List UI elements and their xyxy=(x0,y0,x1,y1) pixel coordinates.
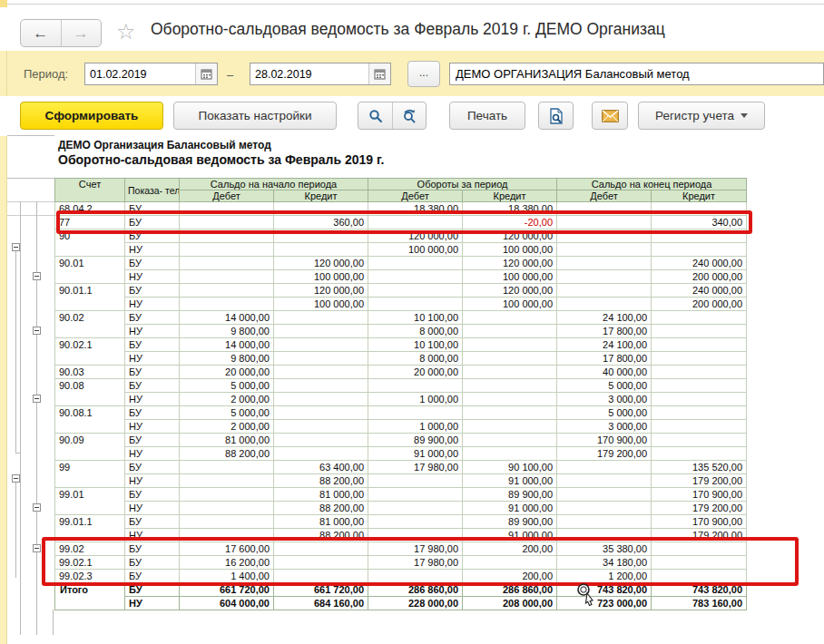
cell-value[interactable] xyxy=(463,447,557,461)
cell-value[interactable]: 179 200,00 xyxy=(652,529,747,542)
cell-value[interactable] xyxy=(652,556,747,570)
search-button[interactable] xyxy=(358,102,392,129)
cell-indicator[interactable]: НУ xyxy=(125,298,180,311)
cell-value[interactable]: 24 100,00 xyxy=(557,338,652,352)
cell-value[interactable]: 743 820,00 xyxy=(652,583,747,597)
cell-value[interactable] xyxy=(274,352,368,366)
cell-value[interactable]: 91 000,00 xyxy=(463,474,557,488)
cell-value[interactable]: 179 200,00 xyxy=(652,502,747,515)
cell-value[interactable]: 18 380,00 xyxy=(463,202,557,216)
cell-value[interactable]: 14 000,00 xyxy=(180,338,274,352)
cell-value[interactable] xyxy=(274,556,368,570)
cell-value[interactable]: 170 900,00 xyxy=(557,434,652,447)
cell-value[interactable]: 88 200,00 xyxy=(274,474,368,488)
cell-indicator[interactable]: БУ xyxy=(125,570,180,583)
cell-value[interactable]: 17 600,00 xyxy=(180,542,274,556)
cell-value[interactable]: 5 000,00 xyxy=(180,406,274,420)
cell-indicator[interactable]: НУ xyxy=(125,502,180,515)
cell-indicator[interactable]: НУ xyxy=(125,420,180,434)
cell-totals-label[interactable]: Итого xyxy=(55,583,125,610)
cell-value[interactable]: 8 000,00 xyxy=(368,325,463,338)
cell-value[interactable]: 743 820,00 xyxy=(557,583,652,597)
cell-account[interactable]: 77 xyxy=(55,216,125,229)
cell-indicator[interactable]: НУ xyxy=(125,352,180,366)
cell-value[interactable] xyxy=(274,311,368,325)
cell-account[interactable]: 90.08.1 xyxy=(55,406,125,434)
cell-account[interactable]: 90 xyxy=(55,229,125,257)
cell-value[interactable]: 286 860,00 xyxy=(368,583,463,597)
cell-value[interactable] xyxy=(557,474,652,488)
cell-value[interactable] xyxy=(557,284,652,298)
cell-indicator[interactable]: НУ xyxy=(125,393,180,406)
cell-value[interactable] xyxy=(652,393,747,406)
cell-value[interactable]: 89 900,00 xyxy=(463,488,557,502)
cell-account[interactable]: 90.03 xyxy=(55,366,125,379)
cell-value[interactable]: 1 000,00 xyxy=(368,420,463,434)
cell-value[interactable]: 17 980,00 xyxy=(368,542,463,556)
cell-value[interactable]: 100 000,00 xyxy=(463,270,557,284)
mail-button[interactable] xyxy=(592,102,628,130)
cell-value[interactable]: 81 000,00 xyxy=(180,434,274,447)
cell-value[interactable]: 89 900,00 xyxy=(368,434,463,447)
cell-indicator[interactable]: БУ xyxy=(125,556,180,570)
cell-value[interactable] xyxy=(557,270,652,284)
cell-value[interactable] xyxy=(652,379,747,393)
cell-value[interactable] xyxy=(368,298,463,311)
cell-value[interactable] xyxy=(463,556,557,570)
tree-collapse-button-99-02[interactable] xyxy=(33,544,41,552)
cell-account[interactable]: 90.01.1 xyxy=(55,284,125,311)
cell-value[interactable]: 35 380,00 xyxy=(557,542,652,556)
cell-value[interactable] xyxy=(274,434,368,447)
tree-collapse-button-90-01[interactable] xyxy=(33,272,41,280)
cell-value[interactable]: 1 000,00 xyxy=(368,393,463,406)
cell-value[interactable] xyxy=(274,447,368,461)
cell-value[interactable]: 340,00 xyxy=(652,216,747,229)
cell-value[interactable] xyxy=(557,488,652,502)
cell-value[interactable]: 783 160,00 xyxy=(652,597,747,610)
cell-value[interactable] xyxy=(652,542,747,556)
cell-value[interactable]: 18 380,00 xyxy=(368,202,463,216)
generate-button[interactable]: Сформировать xyxy=(20,102,163,130)
favorite-star-icon[interactable]: ☆ xyxy=(116,18,136,45)
cell-value[interactable]: 200,00 xyxy=(463,542,557,556)
cell-indicator[interactable]: БУ xyxy=(125,434,180,447)
cell-value[interactable] xyxy=(368,570,463,583)
cell-indicator[interactable]: НУ xyxy=(125,325,180,338)
cell-value[interactable] xyxy=(180,502,274,515)
cell-value[interactable]: 135 520,00 xyxy=(652,461,747,474)
cell-indicator[interactable]: БУ xyxy=(125,311,180,325)
cell-account[interactable]: 99.02.3 xyxy=(55,570,125,583)
date-to-input[interactable] xyxy=(250,68,368,81)
cell-value[interactable] xyxy=(557,216,652,229)
cell-value[interactable]: 89 900,00 xyxy=(463,515,557,529)
cell-value[interactable] xyxy=(368,284,463,298)
cell-value[interactable]: 81 000,00 xyxy=(274,488,368,502)
cell-value[interactable]: 8 000,00 xyxy=(368,352,463,366)
cell-account[interactable]: 99.01.1 xyxy=(55,515,125,542)
cell-value[interactable]: 17 800,00 xyxy=(557,325,652,338)
cell-value[interactable] xyxy=(557,298,652,311)
cell-value[interactable] xyxy=(180,243,274,257)
cell-value[interactable]: 170 900,00 xyxy=(652,488,747,502)
date-from-input[interactable] xyxy=(85,68,195,81)
cell-value[interactable] xyxy=(463,434,557,447)
cell-value[interactable]: 9 800,00 xyxy=(180,325,274,338)
cell-indicator[interactable]: НУ xyxy=(125,597,180,610)
cell-value[interactable] xyxy=(652,420,747,434)
cell-value[interactable] xyxy=(180,216,274,229)
cell-indicator[interactable]: НУ xyxy=(125,447,180,461)
cell-value[interactable]: 20 000,00 xyxy=(180,366,274,379)
cell-value[interactable]: 723 000,00 xyxy=(557,597,652,610)
cell-value[interactable] xyxy=(180,202,274,216)
print-preview-button[interactable] xyxy=(538,102,574,130)
cell-indicator[interactable]: БУ xyxy=(125,515,180,529)
cell-value[interactable]: 684 160,00 xyxy=(274,597,368,610)
cell-indicator[interactable]: БУ xyxy=(125,216,180,229)
cell-value[interactable] xyxy=(274,406,368,420)
cell-value[interactable] xyxy=(652,311,747,325)
cell-value[interactable]: 179 200,00 xyxy=(652,474,747,488)
tree-collapse-button-99-01[interactable] xyxy=(33,503,41,512)
register-menu-button[interactable]: Регистр учета xyxy=(638,102,765,130)
cell-value[interactable] xyxy=(274,229,368,243)
cell-value[interactable]: -20,00 xyxy=(463,216,557,229)
